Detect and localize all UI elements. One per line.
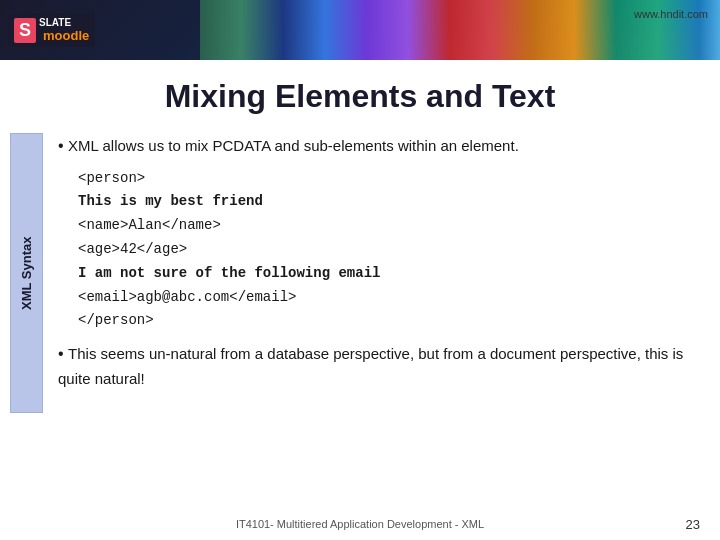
code-line-2: This is my best friend bbox=[78, 190, 690, 214]
page-title: Mixing Elements and Text bbox=[0, 60, 720, 123]
code-line-4: <age>42</age> bbox=[78, 238, 690, 262]
header-logo: S SLATE moodle bbox=[0, 13, 95, 47]
code-line-7: </person> bbox=[78, 309, 690, 333]
bullet-2: This seems un-natural from a database pe… bbox=[58, 341, 690, 391]
code-line-3: <name>Alan</name> bbox=[78, 214, 690, 238]
code-line-1: <person> bbox=[78, 167, 690, 191]
logo-moodle-text: moodle bbox=[39, 28, 89, 43]
bullet-1: XML allows us to mix PCDATA and sub-elem… bbox=[58, 133, 690, 159]
code-block: <person> This is my best friend <name>Al… bbox=[78, 167, 690, 334]
header-bar: S SLATE moodle bbox=[0, 0, 720, 60]
content-area: XML Syntax XML allows us to mix PCDATA a… bbox=[0, 123, 720, 423]
code-line-5: I am not sure of the following email bbox=[78, 262, 690, 286]
website-url: www.hndit.com bbox=[634, 8, 708, 20]
footer: IT4101- Multitiered Application Developm… bbox=[0, 518, 720, 530]
code-line-6: <email>agb@abc.com</email> bbox=[78, 286, 690, 310]
footer-page-number: 23 bbox=[686, 517, 700, 532]
logo-slate: S SLATE moodle bbox=[8, 13, 95, 47]
logo-s-letter: S bbox=[14, 18, 36, 43]
sidebar-label: XML Syntax bbox=[10, 133, 43, 413]
footer-text: IT4101- Multitiered Application Developm… bbox=[236, 518, 484, 530]
main-content: XML allows us to mix PCDATA and sub-elem… bbox=[58, 133, 690, 413]
logo-slate-text: SLATE bbox=[39, 17, 89, 28]
